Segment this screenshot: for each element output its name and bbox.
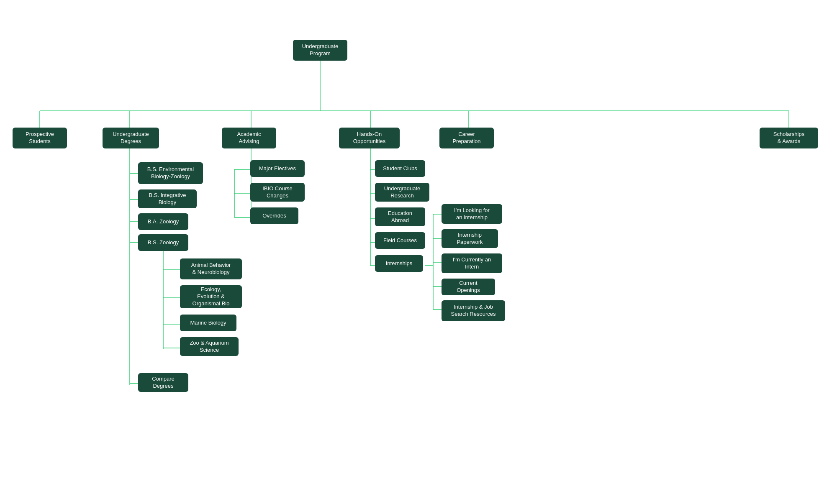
currently-intern-node[interactable]: I'm Currently anIntern <box>442 253 502 273</box>
marine-biology-node[interactable]: Marine Biology <box>180 315 236 331</box>
connector-lines <box>0 0 837 504</box>
student-clubs-node[interactable]: Student Clubs <box>375 160 425 177</box>
zoo-aquarium-node[interactable]: Zoo & AquariumScience <box>180 337 239 356</box>
bs-integrative-node[interactable]: B.S. IntegrativeBiology <box>138 189 197 208</box>
ba-zoology-node[interactable]: B.A. Zoology <box>138 213 188 230</box>
root-node[interactable]: UndergraduateProgram <box>293 40 347 61</box>
career-preparation-node[interactable]: CareerPreparation <box>439 128 494 148</box>
ecology-node[interactable]: Ecology,Evolution &Organismal Bio <box>180 285 242 308</box>
ug-research-node[interactable]: UndergraduateResearch <box>375 183 429 202</box>
internship-job-resources-node[interactable]: Internship & JobSearch Resources <box>442 300 505 321</box>
overrides-node[interactable]: Overrides <box>250 207 298 224</box>
tree-diagram: UndergraduateProgram ProspectiveStudents… <box>0 0 837 504</box>
internship-paperwork-node[interactable]: InternshipPaperwork <box>442 229 498 248</box>
internships-node[interactable]: Internships <box>375 255 423 272</box>
animal-behavior-node[interactable]: Animal Behavior& Neurobiology <box>180 258 242 279</box>
education-abroad-node[interactable]: EducationAbroad <box>375 207 425 226</box>
compare-degrees-node[interactable]: CompareDegrees <box>138 373 188 392</box>
looking-internship-node[interactable]: I'm Looking foran Internship <box>442 204 502 224</box>
field-courses-node[interactable]: Field Courses <box>375 232 425 249</box>
current-openings-node[interactable]: CurrentOpenings <box>442 279 495 295</box>
academic-advising-node[interactable]: AcademicAdvising <box>222 128 276 148</box>
ibio-course-changes-node[interactable]: IBIO CourseChanges <box>250 183 305 202</box>
undergraduate-degrees-node[interactable]: UndergraduateDegrees <box>103 128 159 148</box>
bs-envbio-node[interactable]: B.S. EnvironmentalBiology-Zoology <box>138 162 203 184</box>
scholarships-awards-node[interactable]: Scholarships& Awards <box>760 128 818 148</box>
prospective-students-node[interactable]: ProspectiveStudents <box>13 128 67 148</box>
major-electives-node[interactable]: Major Electives <box>250 160 305 177</box>
handson-opportunities-node[interactable]: Hands-OnOpportunities <box>339 128 400 148</box>
bs-zoology-node[interactable]: B.S. Zoology <box>138 234 188 251</box>
